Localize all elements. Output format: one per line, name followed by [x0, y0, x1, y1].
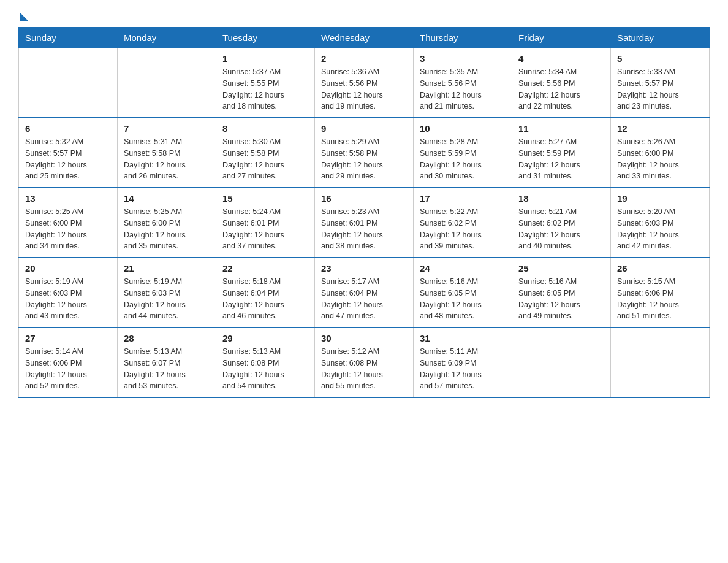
- day-info: Sunrise: 5:16 AMSunset: 6:05 PMDaylight:…: [420, 276, 506, 322]
- calendar-day-cell: [611, 327, 710, 397]
- calendar-day-cell: 9Sunrise: 5:29 AMSunset: 5:58 PMDaylight…: [315, 118, 414, 188]
- calendar-day-cell: 3Sunrise: 5:35 AMSunset: 5:56 PMDaylight…: [414, 48, 512, 118]
- logo-arrow-icon: [20, 12, 28, 21]
- day-number: 9: [321, 123, 407, 134]
- day-number: 30: [321, 333, 407, 343]
- day-of-week-header: Thursday: [414, 28, 512, 48]
- day-number: 29: [222, 333, 308, 343]
- day-number: 7: [124, 123, 210, 134]
- calendar-day-cell: 15Sunrise: 5:24 AMSunset: 6:01 PMDayligh…: [216, 188, 315, 258]
- day-number: 1: [222, 53, 308, 64]
- day-of-week-header: Tuesday: [216, 28, 315, 48]
- day-number: 4: [518, 53, 604, 64]
- day-number: 11: [518, 123, 604, 134]
- calendar-day-cell: 25Sunrise: 5:16 AMSunset: 6:05 PMDayligh…: [512, 258, 611, 327]
- calendar-day-cell: 22Sunrise: 5:18 AMSunset: 6:04 PMDayligh…: [216, 258, 315, 327]
- day-info: Sunrise: 5:37 AMSunset: 5:55 PMDaylight:…: [222, 66, 308, 112]
- page-header: [18, 12, 710, 21]
- day-of-week-header: Saturday: [611, 28, 710, 48]
- day-info: Sunrise: 5:24 AMSunset: 6:01 PMDaylight:…: [222, 206, 308, 252]
- day-number: 13: [25, 193, 111, 204]
- day-info: Sunrise: 5:19 AMSunset: 6:03 PMDaylight:…: [124, 276, 210, 322]
- calendar-week-row: 20Sunrise: 5:19 AMSunset: 6:03 PMDayligh…: [19, 258, 710, 327]
- calendar-day-cell: [512, 327, 611, 397]
- calendar-day-cell: 5Sunrise: 5:33 AMSunset: 5:57 PMDaylight…: [611, 48, 710, 118]
- day-info: Sunrise: 5:14 AMSunset: 6:06 PMDaylight:…: [25, 346, 111, 392]
- calendar-day-cell: 20Sunrise: 5:19 AMSunset: 6:03 PMDayligh…: [19, 258, 118, 327]
- calendar-day-cell: 1Sunrise: 5:37 AMSunset: 5:55 PMDaylight…: [216, 48, 315, 118]
- calendar-day-cell: 30Sunrise: 5:12 AMSunset: 6:08 PMDayligh…: [315, 327, 414, 397]
- day-number: 2: [321, 53, 407, 64]
- day-number: 15: [222, 193, 308, 204]
- day-number: 20: [25, 263, 111, 274]
- day-info: Sunrise: 5:12 AMSunset: 6:08 PMDaylight:…: [321, 346, 407, 392]
- day-info: Sunrise: 5:11 AMSunset: 6:09 PMDaylight:…: [420, 346, 506, 392]
- day-number: 28: [124, 333, 210, 343]
- day-info: Sunrise: 5:29 AMSunset: 5:58 PMDaylight:…: [321, 136, 407, 182]
- day-info: Sunrise: 5:35 AMSunset: 5:56 PMDaylight:…: [420, 66, 506, 112]
- day-number: 10: [420, 123, 506, 134]
- day-info: Sunrise: 5:15 AMSunset: 6:06 PMDaylight:…: [617, 276, 703, 322]
- day-info: Sunrise: 5:16 AMSunset: 6:05 PMDaylight:…: [518, 276, 604, 322]
- day-info: Sunrise: 5:34 AMSunset: 5:56 PMDaylight:…: [518, 66, 604, 112]
- day-info: Sunrise: 5:31 AMSunset: 5:58 PMDaylight:…: [124, 136, 210, 182]
- day-info: Sunrise: 5:27 AMSunset: 5:59 PMDaylight:…: [518, 136, 604, 182]
- logo: [18, 12, 29, 21]
- calendar-day-cell: 27Sunrise: 5:14 AMSunset: 6:06 PMDayligh…: [19, 327, 118, 397]
- day-info: Sunrise: 5:19 AMSunset: 6:03 PMDaylight:…: [25, 276, 111, 322]
- day-of-week-header: Friday: [512, 28, 611, 48]
- day-info: Sunrise: 5:33 AMSunset: 5:57 PMDaylight:…: [617, 66, 703, 112]
- calendar-week-row: 1Sunrise: 5:37 AMSunset: 5:55 PMDaylight…: [19, 48, 710, 118]
- calendar-day-cell: 28Sunrise: 5:13 AMSunset: 6:07 PMDayligh…: [118, 327, 216, 397]
- day-info: Sunrise: 5:20 AMSunset: 6:03 PMDaylight:…: [617, 206, 703, 252]
- day-of-week-header: Monday: [118, 28, 216, 48]
- calendar-day-cell: 29Sunrise: 5:13 AMSunset: 6:08 PMDayligh…: [216, 327, 315, 397]
- day-number: 16: [321, 193, 407, 204]
- day-number: 17: [420, 193, 506, 204]
- day-info: Sunrise: 5:22 AMSunset: 6:02 PMDaylight:…: [420, 206, 506, 252]
- calendar-day-cell: 19Sunrise: 5:20 AMSunset: 6:03 PMDayligh…: [611, 188, 710, 258]
- day-info: Sunrise: 5:18 AMSunset: 6:04 PMDaylight:…: [222, 276, 308, 322]
- day-number: 12: [617, 123, 703, 134]
- day-info: Sunrise: 5:25 AMSunset: 6:00 PMDaylight:…: [25, 206, 111, 252]
- day-of-week-header: Sunday: [19, 28, 118, 48]
- calendar-day-cell: 26Sunrise: 5:15 AMSunset: 6:06 PMDayligh…: [611, 258, 710, 327]
- calendar-day-cell: 6Sunrise: 5:32 AMSunset: 5:57 PMDaylight…: [19, 118, 118, 188]
- calendar-day-cell: 4Sunrise: 5:34 AMSunset: 5:56 PMDaylight…: [512, 48, 611, 118]
- calendar-day-cell: 10Sunrise: 5:28 AMSunset: 5:59 PMDayligh…: [414, 118, 512, 188]
- day-number: 8: [222, 123, 308, 134]
- calendar-day-cell: 17Sunrise: 5:22 AMSunset: 6:02 PMDayligh…: [414, 188, 512, 258]
- day-info: Sunrise: 5:17 AMSunset: 6:04 PMDaylight:…: [321, 276, 407, 322]
- calendar-day-cell: 23Sunrise: 5:17 AMSunset: 6:04 PMDayligh…: [315, 258, 414, 327]
- calendar-day-cell: [118, 48, 216, 118]
- day-info: Sunrise: 5:13 AMSunset: 6:08 PMDaylight:…: [222, 346, 308, 392]
- day-info: Sunrise: 5:26 AMSunset: 6:00 PMDaylight:…: [617, 136, 703, 182]
- calendar-header-row: SundayMondayTuesdayWednesdayThursdayFrid…: [19, 28, 710, 48]
- calendar-day-cell: 14Sunrise: 5:25 AMSunset: 6:00 PMDayligh…: [118, 188, 216, 258]
- day-info: Sunrise: 5:30 AMSunset: 5:58 PMDaylight:…: [222, 136, 308, 182]
- calendar-day-cell: [19, 48, 118, 118]
- calendar-week-row: 27Sunrise: 5:14 AMSunset: 6:06 PMDayligh…: [19, 327, 710, 397]
- day-number: 22: [222, 263, 308, 274]
- day-info: Sunrise: 5:23 AMSunset: 6:01 PMDaylight:…: [321, 206, 407, 252]
- calendar-day-cell: 24Sunrise: 5:16 AMSunset: 6:05 PMDayligh…: [414, 258, 512, 327]
- day-number: 18: [518, 193, 604, 204]
- calendar-day-cell: 2Sunrise: 5:36 AMSunset: 5:56 PMDaylight…: [315, 48, 414, 118]
- day-number: 23: [321, 263, 407, 274]
- day-number: 14: [124, 193, 210, 204]
- day-number: 26: [617, 263, 703, 274]
- day-number: 6: [25, 123, 111, 134]
- day-info: Sunrise: 5:25 AMSunset: 6:00 PMDaylight:…: [124, 206, 210, 252]
- calendar-week-row: 6Sunrise: 5:32 AMSunset: 5:57 PMDaylight…: [19, 118, 710, 188]
- calendar-day-cell: 7Sunrise: 5:31 AMSunset: 5:58 PMDaylight…: [118, 118, 216, 188]
- day-info: Sunrise: 5:21 AMSunset: 6:02 PMDaylight:…: [518, 206, 604, 252]
- calendar-day-cell: 8Sunrise: 5:30 AMSunset: 5:58 PMDaylight…: [216, 118, 315, 188]
- day-info: Sunrise: 5:36 AMSunset: 5:56 PMDaylight:…: [321, 66, 407, 112]
- day-number: 5: [617, 53, 703, 64]
- calendar-day-cell: 11Sunrise: 5:27 AMSunset: 5:59 PMDayligh…: [512, 118, 611, 188]
- day-number: 27: [25, 333, 111, 343]
- calendar-day-cell: 31Sunrise: 5:11 AMSunset: 6:09 PMDayligh…: [414, 327, 512, 397]
- day-info: Sunrise: 5:13 AMSunset: 6:07 PMDaylight:…: [124, 346, 210, 392]
- calendar-day-cell: 16Sunrise: 5:23 AMSunset: 6:01 PMDayligh…: [315, 188, 414, 258]
- calendar-day-cell: 12Sunrise: 5:26 AMSunset: 6:00 PMDayligh…: [611, 118, 710, 188]
